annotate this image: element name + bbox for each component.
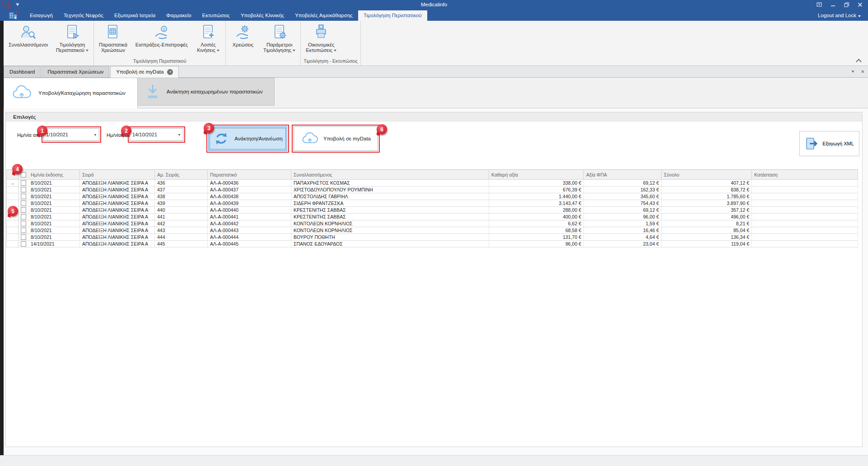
cell: ΧΡΙΣΤΟΔΟΥΛΟΠΟΥΛΟΥ ΡΟΥΜΠΙΝΗ: [291, 186, 489, 193]
ribbon-group-label: [4, 57, 93, 65]
tab-list-dropdown-icon[interactable]: ▼: [851, 70, 854, 74]
ribbon-button-Τιμολόγηση Περιστατικού[interactable]: ΤιμολόγησηΠεριστατικού: [52, 22, 93, 53]
ribbon-tab-Εκτυπώσεις[interactable]: Εκτυπώσεις: [197, 10, 235, 21]
cell: ΑΛ-Α-000445: [208, 241, 291, 247]
row-checkbox[interactable]: [21, 221, 26, 226]
refresh-icon: [213, 131, 230, 146]
row-checkbox[interactable]: [21, 200, 26, 206]
table-row[interactable]: 8/10/2021ΑΠΟΔΕΙΞΗ ΛΙΑΝΙΚΗΣ ΣΕΙΡΑ Α438ΑΛ-…: [7, 193, 858, 200]
column-header-Αρ. Σειράς[interactable]: Αρ. Σειράς: [155, 170, 208, 180]
row-checkbox[interactable]: [21, 228, 26, 233]
current-row-arrow-icon: →: [10, 180, 15, 186]
ribbon-tab-Υποβολές Αιμοκάθαρσης[interactable]: Υποβολές Αιμοκάθαρσης: [289, 10, 358, 21]
cell: ΑΛ-Α-000436: [208, 180, 291, 186]
table-row[interactable]: 8/10/2021ΑΠΟΔΕΙΞΗ ΛΙΑΝΙΚΗΣ ΣΕΙΡΑ Α437ΑΛ-…: [7, 186, 858, 193]
date-to-field[interactable]: 14/10/2021 ▼: [130, 128, 183, 141]
cell: [752, 220, 858, 227]
row-checkbox[interactable]: [21, 187, 26, 192]
ribbon-button-Οικονομικές Εκτυπώσεις[interactable]: ΟικονομικέςΕκτυπώσεις: [302, 22, 341, 53]
cell: 1.440,00 €: [489, 193, 584, 200]
table-row[interactable]: 8/10/2021ΑΠΟΔΕΙΞΗ ΛΙΑΝΙΚΗΣ ΣΕΙΡΑ Α439ΑΛ-…: [7, 200, 858, 207]
svg-text:1: 1: [163, 27, 165, 32]
doc-tab-Dashboard[interactable]: Dashboard: [4, 66, 41, 77]
select-all-checkbox[interactable]: [21, 172, 26, 177]
close-button[interactable]: [857, 2, 863, 7]
row-checkbox[interactable]: [21, 234, 26, 240]
row-indicator-cell: [7, 220, 19, 227]
subtab-Ανάκτηση καταχωρημένων παραστατικών[interactable]: Ανάκτηση καταχωρημένων παραστατικών: [138, 78, 275, 106]
export-xml-button[interactable]: Εξαγωγή XML: [799, 131, 859, 156]
column-header-Αξία ΦΠΑ[interactable]: Αξία ΦΠΑ: [584, 170, 662, 180]
ribbon-tab-Εξωτερικά Ιατρεία[interactable]: Εξωτερικά Ιατρεία: [109, 10, 161, 21]
ribbon-tab-Φαρμακείο[interactable]: Φαρμακείο: [161, 10, 196, 21]
ribbon-button-Εισπράξεις-Επιστροφές[interactable]: 1Εισπράξεις-Επιστροφές: [131, 22, 192, 47]
date-from-field[interactable]: 1/10/2021 ▼: [43, 128, 99, 141]
table-row[interactable]: 8/10/2021ΑΠΟΔΕΙΞΗ ΛΙΑΝΙΚΗΣ ΣΕΙΡΑ Α442ΑΛ-…: [7, 220, 858, 227]
table-row[interactable]: 14/10/2021ΑΠΟΔΕΙΞΗ ΛΙΑΝΙΚΗΣ ΣΕΙΡΑ Α445ΑΛ…: [7, 241, 858, 247]
refresh-button[interactable]: Ανάκτηση/Ανανέωση: [208, 126, 287, 151]
ribbon-group: ΟικονομικέςΕκτυπώσειςΤιμολόγηση - Εκτυπώ…: [301, 21, 361, 65]
table-row[interactable]: 8/10/2021ΑΠΟΔΕΙΞΗ ΛΙΑΝΙΚΗΣ ΣΕΙΡΑ Α440ΑΛ-…: [7, 207, 858, 214]
date-to-dropdown-icon[interactable]: ▼: [176, 133, 183, 136]
cell: ΚΡΕΣΤΕΝΙΤΗΣ ΣΑΒΒΑΣ: [291, 214, 489, 220]
annotation-marker-6: 6: [377, 124, 387, 135]
close-tab-icon[interactable]: ×: [861, 68, 864, 75]
cell: 436: [155, 180, 208, 186]
column-header-Ημ/νία έκδοσης[interactable]: Ημ/νία έκδοσης: [19, 170, 80, 180]
logout-and-lock-button[interactable]: Logout and Lock: [818, 13, 861, 21]
subtab-Υποβολή/Καταχώρηση παραστατικών[interactable]: Υποβολή/Καταχώρηση παραστατικών: [4, 78, 138, 108]
close-tab-icon[interactable]: ×: [167, 69, 173, 75]
cell: 442: [155, 220, 208, 227]
document-plus-icon: [200, 23, 216, 42]
collapse-ribbon-icon[interactable]: [857, 58, 861, 62]
ribbon-tab-Τεχνητός Νεφρός[interactable]: Τεχνητός Νεφρός: [58, 10, 109, 21]
cell: 69,12 €: [584, 207, 662, 214]
chevron-down-icon: [86, 50, 89, 51]
ribbon-tab-Τιμολόγηση Περιστατικού[interactable]: Τιμολόγηση Περιστατικού: [358, 10, 427, 21]
submit-mydata-button[interactable]: Υποβολή σε myData: [294, 126, 378, 151]
column-header-Κατάσταση[interactable]: Κατάσταση: [752, 170, 858, 180]
cell: 445: [155, 241, 208, 247]
row-checkbox[interactable]: [21, 214, 26, 219]
column-header-Παραστατικό[interactable]: Παραστατικό: [208, 170, 291, 180]
row-checkbox[interactable]: [21, 207, 26, 213]
ribbon-tab-Εισαγωγή[interactable]: Εισαγωγή: [24, 10, 58, 21]
column-header-Σειρά[interactable]: Σειρά: [80, 170, 155, 180]
minimize-button[interactable]: [830, 2, 835, 7]
table-row[interactable]: →8/10/2021ΑΠΟΔΕΙΞΗ ΛΙΑΝΙΚΗΣ ΣΕΙΡΑ Α436ΑΛ…: [7, 180, 858, 186]
ribbon-button-Λοιπές Κινήσεις[interactable]: ΛοιπέςΚινήσεις: [192, 22, 224, 53]
annotation-box-submit: Υποβολή σε myData: [292, 125, 380, 153]
cell: ΑΠΟΣΤΟΛΙΔΗΣ ΓΑΒΡΙΗΛ: [291, 193, 489, 200]
row-checkbox[interactable]: [21, 194, 26, 199]
column-header-Σύνολο[interactable]: Σύνολο: [662, 170, 752, 180]
cell: 8/10/2021: [19, 227, 80, 234]
table-row[interactable]: 8/10/2021ΑΠΟΔΕΙΞΗ ΛΙΑΝΙΚΗΣ ΣΕΙΡΑ Α444ΑΛ-…: [7, 234, 858, 241]
cell: [752, 193, 858, 200]
cell: 439: [155, 200, 208, 207]
cell: 838,72 €: [662, 186, 752, 193]
cloud-upload-icon: [11, 85, 32, 101]
date-from-dropdown-icon[interactable]: ▼: [92, 133, 99, 136]
table-row[interactable]: 8/10/2021ΑΠΟΔΕΙΞΗ ΛΙΑΝΙΚΗΣ ΣΕΙΡΑ Α441ΑΛ-…: [7, 214, 858, 220]
ribbon-button-Παράμετροι Τιμολόγησης[interactable]: ΠαράμετροιΤιμολόγησης: [259, 22, 299, 53]
ribbon-display-options-button[interactable]: [817, 2, 822, 7]
doc-tab-Υποβολή σε myData[interactable]: Υποβολή σε myData×: [110, 66, 179, 78]
column-header-Συναλλασσόμενος[interactable]: Συναλλασσόμενος: [291, 170, 489, 180]
table-row[interactable]: 8/10/2021ΑΠΟΔΕΙΞΗ ΛΙΑΝΙΚΗΣ ΣΕΙΡΑ Α443ΑΛ-…: [7, 227, 858, 234]
cell: ΑΠΟΔΕΙΞΗ ΛΙΑΝΙΚΗΣ ΣΕΙΡΑ Α: [80, 227, 155, 234]
maximize-button[interactable]: [844, 2, 849, 7]
cell: 136,34 €: [662, 234, 752, 241]
ribbon-button-Παραστατικά Χρεώσεων[interactable]: ΠαραστατικάΧρεώσεων: [95, 22, 131, 53]
doc-tab-Παραστατικά Χρεώσεων[interactable]: Παραστατικά Χρεώσεων: [42, 66, 109, 77]
cell: ΑΛ-Α-000442: [208, 220, 291, 227]
row-checkbox[interactable]: [21, 180, 26, 186]
ribbon-button-Χρεώσεις[interactable]: Χρεώσεις: [227, 22, 259, 47]
cell: 407,12 €: [662, 180, 752, 186]
row-checkbox[interactable]: [21, 241, 26, 247]
ribbon-tab-Υποβολές Κλινικής[interactable]: Υποβολές Κλινικής: [235, 10, 289, 21]
hand-coin-icon: 1: [153, 23, 171, 42]
document-table-icon: [105, 23, 121, 42]
annotation-box-date-from: 1/10/2021 ▼: [42, 126, 101, 143]
ribbon-button-Συναλλασσόμενοι[interactable]: Συναλλασσόμενοι: [5, 22, 52, 47]
column-header-Καθαρή αξία[interactable]: Καθαρή αξία: [489, 170, 584, 180]
